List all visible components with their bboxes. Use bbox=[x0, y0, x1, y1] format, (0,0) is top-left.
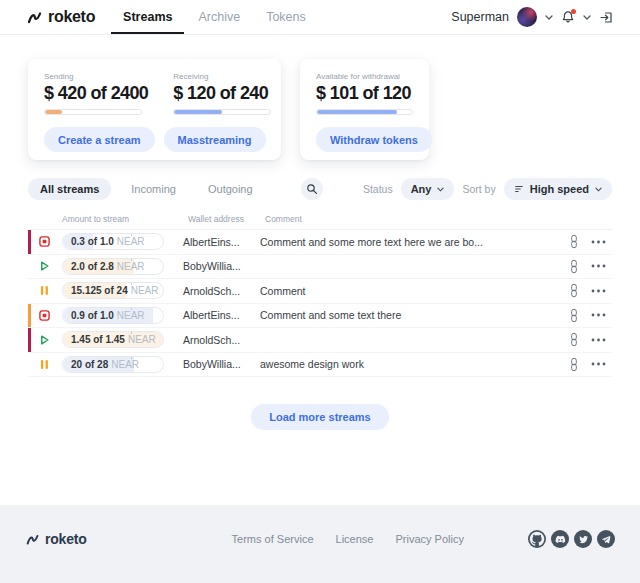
amount-progress-pill: 2.0 of 2.8 NEAR bbox=[62, 258, 164, 275]
streams-summary-card: Sending $ 420 of 2400 Receiving $ 120 of… bbox=[28, 59, 281, 160]
sending-metric: Sending $ 420 of 2400 bbox=[44, 72, 148, 115]
create-stream-button[interactable]: Create a stream bbox=[44, 127, 155, 152]
app-header: roketo Streams Archive Tokens Superman bbox=[0, 0, 640, 35]
chevron-down-icon bbox=[595, 187, 602, 192]
row-accent-bar bbox=[28, 353, 31, 377]
footer-brand-name: roketo bbox=[45, 531, 87, 547]
wallet-address: BobyWillia... bbox=[183, 260, 260, 272]
filter-bar: All streams Incoming Outgoing Status Any… bbox=[28, 178, 612, 200]
status-dropdown[interactable]: Any bbox=[401, 178, 455, 200]
withdrawal-progress-bar bbox=[316, 109, 413, 115]
row-accent-bar bbox=[28, 328, 31, 352]
masstreaming-button[interactable]: Masstreaming bbox=[164, 127, 266, 152]
copy-link-icon[interactable] bbox=[569, 308, 579, 323]
row-accent-bar bbox=[28, 255, 31, 279]
row-accent-bar bbox=[28, 230, 31, 254]
sending-progress-bar bbox=[44, 109, 142, 115]
avatar[interactable] bbox=[517, 7, 537, 27]
twitter-icon[interactable] bbox=[574, 530, 592, 548]
copy-link-icon[interactable] bbox=[569, 234, 579, 249]
amount-unit: NEAR bbox=[117, 261, 145, 272]
withdrawal-card: Available for withdrawal $ 101 of 120 Wi… bbox=[300, 59, 429, 160]
receiving-value: $ 120 of 240 bbox=[173, 83, 271, 104]
sort-by-label: Sort by bbox=[462, 183, 495, 195]
tab-all-streams[interactable]: All streams bbox=[28, 178, 111, 200]
copy-link-icon[interactable] bbox=[569, 357, 579, 372]
row-menu-icon[interactable] bbox=[591, 289, 606, 293]
stop-icon bbox=[38, 309, 51, 322]
withdraw-tokens-button[interactable]: Withdraw tokens bbox=[316, 127, 432, 152]
account-chevron-down-icon[interactable] bbox=[545, 15, 553, 20]
amount-progress-pill: 0.9 of 1.0 NEAR bbox=[62, 307, 164, 324]
row-menu-icon[interactable] bbox=[591, 313, 606, 317]
sign-out-icon[interactable] bbox=[599, 10, 614, 25]
license-link[interactable]: License bbox=[336, 533, 374, 545]
sort-icon bbox=[514, 184, 524, 194]
stop-icon bbox=[38, 235, 51, 248]
sending-value: $ 420 of 2400 bbox=[44, 83, 148, 104]
notifications-chevron-down-icon[interactable] bbox=[583, 15, 591, 20]
footer-logo[interactable]: roketo bbox=[25, 531, 87, 547]
wallet-address: AlbertEins... bbox=[183, 309, 260, 321]
copy-link-icon[interactable] bbox=[569, 259, 579, 274]
stream-row[interactable]: 0.9 of 1.0 NEAR AlbertEins... Comment an… bbox=[28, 304, 612, 329]
sending-label: Sending bbox=[44, 72, 148, 81]
stream-row[interactable]: 0.3 of 1.0 NEAR AlbertEins... Comment an… bbox=[28, 230, 612, 255]
brand-name: roketo bbox=[48, 8, 95, 26]
row-menu-icon[interactable] bbox=[591, 362, 606, 366]
row-menu-icon[interactable] bbox=[591, 240, 606, 244]
amount-value: 0.3 of 1.0 bbox=[71, 236, 114, 247]
wallet-address: ArnoldSch... bbox=[183, 285, 260, 297]
col-comment: Comment bbox=[265, 214, 302, 224]
notifications-bell-icon[interactable] bbox=[561, 10, 575, 24]
stream-row[interactable]: 15.125 of 24 NEAR ArnoldSch... Comment bbox=[28, 279, 612, 304]
main-nav: Streams Archive Tokens bbox=[123, 0, 306, 34]
row-menu-icon[interactable] bbox=[591, 264, 606, 268]
search-button[interactable] bbox=[301, 178, 323, 200]
amount-unit: NEAR bbox=[131, 285, 159, 296]
stream-comment: Comment and some more text here we are b… bbox=[260, 236, 568, 248]
amount-progress-pill: 15.125 of 24 NEAR bbox=[62, 282, 164, 299]
stream-comment: awesome design work bbox=[260, 358, 568, 370]
stream-row[interactable]: 2.0 of 2.8 NEAR BobyWillia... bbox=[28, 255, 612, 280]
status-label: Status bbox=[363, 183, 393, 195]
streams-list: 0.3 of 1.0 NEAR AlbertEins... Comment an… bbox=[28, 229, 612, 377]
row-accent-bar bbox=[28, 279, 31, 303]
copy-link-icon[interactable] bbox=[569, 332, 579, 347]
github-icon[interactable] bbox=[528, 530, 546, 548]
privacy-link[interactable]: Privacy Policy bbox=[395, 533, 463, 545]
play-icon bbox=[38, 333, 51, 346]
amount-progress-pill: 0.3 of 1.0 NEAR bbox=[62, 233, 164, 250]
wallet-address: AlbertEins... bbox=[183, 236, 260, 248]
stream-comment: Comment and some text there bbox=[260, 309, 568, 321]
main-content: Sending $ 420 of 2400 Receiving $ 120 of… bbox=[0, 35, 640, 505]
withdrawal-label: Available for withdrawal bbox=[316, 72, 413, 81]
roketo-logo-icon bbox=[26, 9, 43, 26]
amount-value: 2.0 of 2.8 bbox=[71, 261, 114, 272]
telegram-icon[interactable] bbox=[597, 530, 615, 548]
amount-unit: NEAR bbox=[111, 359, 139, 370]
stream-row[interactable]: 1.45 of 1.45 NEAR ArnoldSch... bbox=[28, 328, 612, 353]
wallet-address: ArnoldSch... bbox=[183, 334, 260, 346]
pause-icon bbox=[38, 284, 51, 297]
amount-unit: NEAR bbox=[128, 334, 156, 345]
tab-incoming[interactable]: Incoming bbox=[119, 178, 188, 200]
amount-progress-pill: 1.45 of 1.45 NEAR bbox=[62, 331, 164, 348]
discord-icon[interactable] bbox=[551, 530, 569, 548]
terms-link[interactable]: Terms of Service bbox=[232, 533, 314, 545]
nav-streams[interactable]: Streams bbox=[123, 0, 172, 34]
stream-row[interactable]: 20 of 28 NEAR BobyWillia... awesome desi… bbox=[28, 353, 612, 378]
amount-value: 20 of 28 bbox=[71, 359, 108, 370]
logo[interactable]: roketo bbox=[26, 8, 95, 26]
play-icon bbox=[38, 260, 51, 273]
tab-outgoing[interactable]: Outgoing bbox=[196, 178, 265, 200]
copy-link-icon[interactable] bbox=[569, 283, 579, 298]
nav-archive[interactable]: Archive bbox=[198, 0, 240, 34]
amount-unit: NEAR bbox=[117, 236, 145, 247]
sort-dropdown[interactable]: High speed bbox=[504, 178, 612, 200]
amount-value: 15.125 of 24 bbox=[71, 285, 128, 296]
row-menu-icon[interactable] bbox=[591, 338, 606, 342]
load-more-button[interactable]: Load more streams bbox=[251, 404, 388, 430]
nav-tokens[interactable]: Tokens bbox=[266, 0, 306, 34]
wallet-address: BobyWillia... bbox=[183, 358, 260, 370]
